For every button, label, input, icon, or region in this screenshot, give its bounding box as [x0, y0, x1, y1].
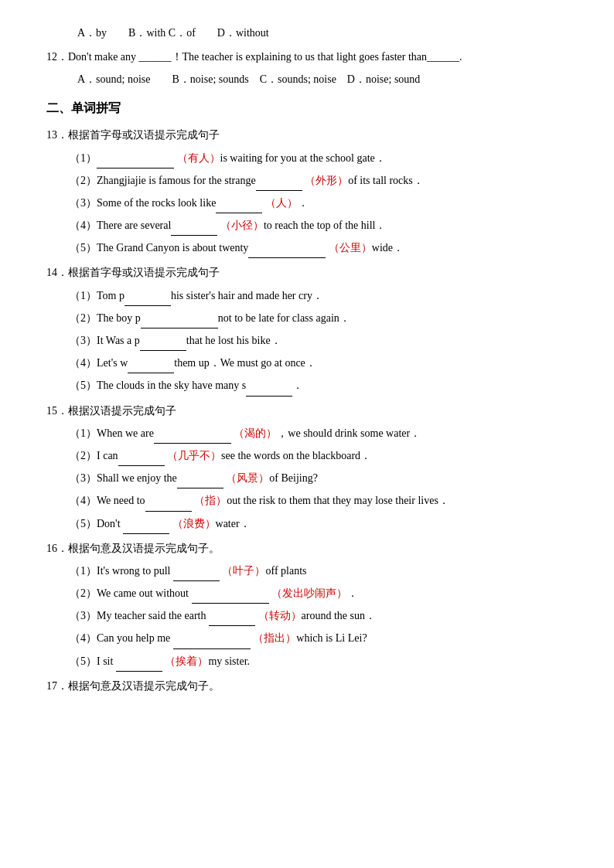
blank-13-2: [256, 171, 302, 191]
blank-14-2: [141, 308, 218, 328]
q13-item-1: （1） （有人）is waiting for you at the school…: [70, 148, 568, 168]
blank-15-2: [118, 446, 165, 466]
q16-item-1: （1）It's wrong to pull （叶子）off plants: [70, 561, 568, 581]
q16-label: 16．根据句意及汉语提示完成句子。: [46, 539, 568, 558]
blank-15-5: [123, 514, 169, 534]
blank-13-5: [248, 238, 326, 258]
q13-item-3: （3）Some of the rocks look like （人）．: [70, 193, 568, 213]
q13-item-2: （2）Zhangjiajie is famous for the strange…: [70, 171, 568, 191]
q13-item-5: （5）The Grand Canyon is about twenty （公里）…: [70, 238, 568, 258]
blank-16-4: [173, 628, 251, 648]
q12-options: A．sound; noise B．noise; sounds C．sounds;…: [77, 70, 568, 89]
blank-13-3: [216, 193, 262, 213]
q15-item-5: （5）Don't （浪费）water．: [70, 514, 568, 534]
q14-item-5: （5）The clouds in the sky have many s ．: [70, 376, 568, 396]
q15-item-2: （2）I can （几乎不）see the words on the black…: [70, 446, 568, 466]
blank-15-4: [145, 491, 192, 511]
blank-14-4: [128, 353, 174, 373]
q14-item-1: （1）Tom p his sister's hair and made her …: [70, 286, 568, 306]
blank-14-1: [125, 286, 171, 306]
blank-14-5: [246, 376, 292, 396]
q13-label: 13．根据首字母或汉语提示完成句子: [46, 125, 568, 145]
q15-label: 15．根据汉语提示完成句子: [46, 401, 568, 420]
q14-label: 14．根据首字母或汉语提示完成句子: [46, 263, 568, 282]
q15-item-1: （1）When we are （渴的），we should drink some…: [70, 424, 568, 444]
q12-question: 12．Don't make any ______！The teacher is …: [46, 47, 568, 66]
blank-15-3: [177, 468, 223, 488]
blank-16-3: [209, 606, 255, 626]
q16-item-4: （4）Can you help me （指出）which is Li Lei?: [70, 628, 568, 648]
q14-item-2: （2）The boy p not to be late for class ag…: [70, 308, 568, 328]
q13-item-4: （4）There are several （小径）to reach the to…: [70, 216, 568, 236]
q12-text: 12．Don't make any ______！The teacher is …: [46, 51, 462, 63]
blank-16-1: [173, 561, 220, 581]
q16-item-5: （5）I sit （挨着）my sister.: [70, 652, 568, 672]
section2-title: 二、单词拼写: [46, 97, 568, 120]
q14-item-3: （3）It Was a p that he lost his bike．: [70, 331, 568, 351]
q15-item-4: （4）We need to （指）out the risk to them th…: [70, 491, 568, 511]
q17-label: 17．根据句意及汉语提示完成句子。: [46, 676, 568, 696]
blank-16-2: [192, 584, 269, 604]
blank-13-1: [97, 148, 174, 168]
blank-15-1: [154, 424, 231, 444]
q16-item-3: （3）My teacher said the earth （转动）around …: [70, 606, 568, 626]
blank-16-5: [116, 652, 162, 672]
blank-14-3: [140, 331, 186, 351]
q16-item-2: （2）We came out without （发出吵闹声）．: [70, 584, 568, 604]
q15-item-3: （3）Shall we enjoy the （风景）of Beijing?: [70, 468, 568, 488]
q11-options: A．by B．with C．of D．without: [77, 23, 568, 43]
q14-item-4: （4）Let's w them up．We must go at once．: [70, 353, 568, 373]
blank-13-4: [171, 216, 217, 236]
